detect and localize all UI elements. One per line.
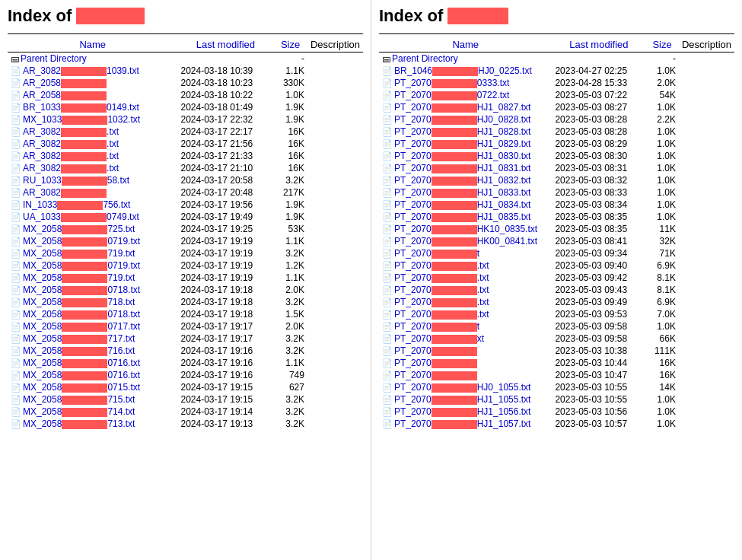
file-link[interactable]: MX_2058 0716.txt	[23, 370, 140, 380]
file-link[interactable]: MX_2058 716.txt	[23, 345, 135, 356]
file-name-cell: 📄MX_2058 725.txt	[8, 223, 178, 235]
file-icon: 📄	[382, 237, 393, 246]
file-link[interactable]: MX_2058 719.txt	[23, 272, 135, 283]
panel-0: Index of NameLast modifiedSizeDescriptio…	[0, 0, 371, 560]
file-link[interactable]: MX_2058 0719.txt	[23, 260, 140, 271]
file-link[interactable]: PT_2070 HK00_0841.txt	[394, 236, 537, 247]
file-desc-cell	[679, 369, 734, 381]
file-link[interactable]: PT_2070 .txt	[394, 272, 489, 283]
file-link[interactable]: PT_2070 HJ1_0829.txt	[394, 138, 530, 149]
file-link[interactable]: AR_2058	[23, 90, 107, 100]
file-link[interactable]: MX_2058 713.txt	[23, 418, 135, 429]
name-pre: BR_1033	[23, 102, 61, 113]
file-link[interactable]: MX_2058 717.txt	[23, 333, 135, 344]
name-post: .txt	[477, 309, 489, 320]
name-pre: MX_2058	[23, 260, 62, 271]
file-link[interactable]: MX_2058 0719.txt	[23, 236, 140, 247]
title-text: Index of	[379, 6, 443, 26]
file-link[interactable]: PT_2070 .txt	[394, 309, 489, 320]
sort-name-link[interactable]: Name	[79, 39, 106, 50]
file-link[interactable]: PT_2070	[394, 358, 477, 368]
file-link[interactable]: AR_3082	[23, 187, 107, 198]
name-redact	[61, 91, 107, 100]
sort-size-link[interactable]: Size	[652, 39, 671, 50]
file-link[interactable]: PT_2070 t	[394, 248, 479, 259]
file-link[interactable]: IN_1033 756.txt	[23, 199, 130, 210]
col-header-modified[interactable]: Last modified	[552, 37, 645, 52]
file-size-cell: 53K	[273, 223, 307, 235]
file-link[interactable]: PT_2070 HJ1_1055.txt	[394, 394, 530, 405]
sort-size-link[interactable]: Size	[281, 39, 300, 50]
file-link[interactable]: PT_2070 .txt	[394, 285, 489, 295]
table-row: 📄AR_3082 .txt2024-03-17 21:3316K	[8, 150, 363, 162]
name-redact	[432, 103, 477, 113]
sort-modified-link[interactable]: Last modified	[569, 39, 628, 50]
file-link[interactable]: PT_2070 HJ1_1057.txt	[394, 418, 530, 429]
file-link[interactable]: RU_1033 58.txt	[23, 175, 129, 186]
file-desc-cell	[679, 138, 734, 150]
file-link[interactable]: AR_3082 .txt	[23, 151, 119, 161]
file-link[interactable]: MX_2058 0718.txt	[23, 309, 140, 320]
file-desc-cell	[307, 126, 363, 138]
file-link[interactable]: MX_1033 1032.txt	[23, 114, 140, 125]
file-link[interactable]: PT_2070 HJ1_0831.txt	[394, 163, 530, 173]
file-link[interactable]: PT_2070 0333.txt	[394, 78, 509, 88]
file-link[interactable]: MX_2058 714.txt	[23, 406, 135, 417]
file-link[interactable]: AR_3082 .txt	[23, 163, 119, 173]
file-link[interactable]: PT_2070 HK10_0835.txt	[394, 224, 537, 234]
file-icon: 📄	[382, 224, 393, 234]
file-link[interactable]: PT_2070 t	[394, 321, 479, 332]
file-date-cell: 2024-03-17 21:56	[178, 138, 274, 150]
col-header-size[interactable]: Size	[645, 37, 679, 52]
file-link[interactable]: AR_3082 .txt	[23, 138, 119, 149]
file-link[interactable]: AR_2058	[23, 78, 107, 88]
col-header-size[interactable]: Size	[273, 37, 307, 52]
file-link[interactable]: MX_2058 719.txt	[23, 248, 135, 259]
file-link[interactable]: MX_2058 0718.txt	[23, 285, 140, 295]
file-link[interactable]: BR_1033 0149.txt	[23, 102, 139, 113]
file-link[interactable]: BR_1046 HJ0_0225.txt	[394, 65, 532, 76]
name-pre: PT_2070	[394, 333, 432, 344]
file-desc-cell	[679, 332, 734, 345]
file-link[interactable]: AR_3082 1039.txt	[23, 65, 139, 76]
col-header-name[interactable]: Name	[379, 37, 552, 52]
parent-directory-link[interactable]: Parent Directory	[21, 53, 87, 64]
file-link[interactable]: MX_2058 725.txt	[23, 224, 135, 234]
file-link[interactable]: AR_3082 .txt	[23, 126, 119, 137]
file-link[interactable]: MX_2058 0715.txt	[23, 382, 140, 393]
file-link[interactable]: PT_2070 0722.txt	[394, 90, 509, 100]
file-link[interactable]: PT_2070 HJ1_0832.txt	[394, 175, 530, 186]
parent-size-cell: -	[645, 52, 679, 65]
file-link[interactable]: MX_2058 718.txt	[23, 297, 135, 307]
file-link[interactable]: PT_2070 .txt	[394, 297, 489, 307]
sort-name-link[interactable]: Name	[452, 39, 479, 50]
sort-modified-link[interactable]: Last modified	[196, 39, 255, 50]
file-link[interactable]: PT_2070 HJ0_0828.txt	[394, 114, 530, 125]
file-link[interactable]: PT_2070 HJ1_1056.txt	[394, 406, 530, 417]
file-link[interactable]: MX_2058 0717.txt	[23, 321, 140, 332]
file-link[interactable]: PT_2070	[394, 370, 477, 380]
file-link[interactable]: PT_2070 HJ1_0834.txt	[394, 199, 530, 210]
file-link[interactable]: PT_2070 HJ1_0835.txt	[394, 212, 530, 222]
file-link[interactable]: PT_2070 HJ0_1055.txt	[394, 382, 530, 393]
col-header-name[interactable]: Name	[8, 37, 178, 52]
file-link[interactable]: PT_2070 HJ1_0828.txt	[394, 126, 530, 137]
file-link[interactable]: PT_2070	[394, 345, 477, 356]
file-date-cell: 2023-05-03 08:34	[552, 199, 645, 211]
col-header-modified[interactable]: Last modified	[178, 37, 274, 52]
file-link[interactable]: PT_2070 .txt	[394, 260, 489, 271]
file-link[interactable]: PT_2070 HJ1_0827.txt	[394, 102, 530, 113]
file-link[interactable]: PT_2070 HJ1_0830.txt	[394, 151, 530, 161]
file-desc-cell	[679, 223, 734, 235]
file-link[interactable]: MX_2058 0716.txt	[23, 358, 140, 368]
file-link[interactable]: PT_2070 xt	[394, 333, 484, 344]
table-row: 📄PT_2070 HJ1_0832.txt2023-05-03 08:321.0…	[379, 174, 734, 186]
file-link[interactable]: MX_2058 715.txt	[23, 394, 135, 405]
file-desc-cell	[679, 174, 734, 186]
file-link[interactable]: UA_1033 0749.txt	[23, 212, 139, 222]
parent-directory-link[interactable]: Parent Directory	[392, 53, 458, 64]
file-name-cell: 📄AR_2058	[8, 89, 178, 101]
name-redact	[62, 335, 107, 344]
file-link[interactable]: PT_2070 HJ1_0833.txt	[394, 187, 530, 198]
file-icon: 📄	[11, 66, 21, 75]
